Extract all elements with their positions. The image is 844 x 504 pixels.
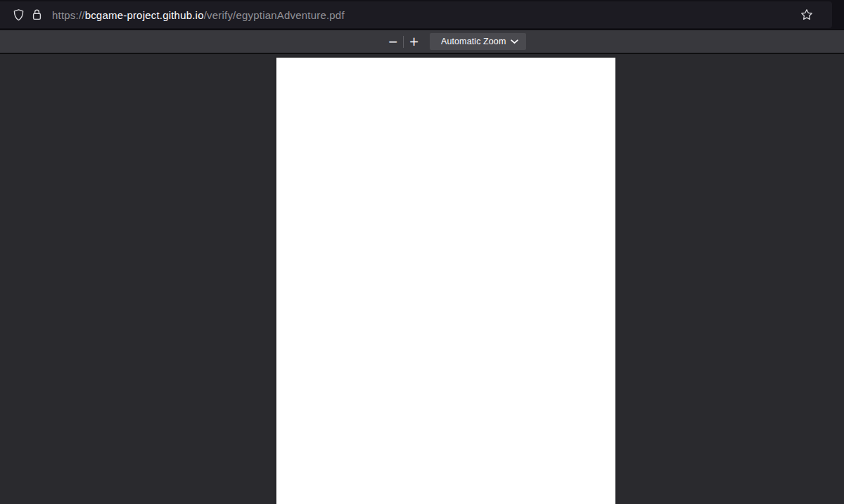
star-icon bbox=[800, 8, 813, 21]
zoom-controls: − + Automatic Zoom bbox=[383, 30, 526, 53]
browser-top-bar: https://bcgame-project.github.io/verify/… bbox=[0, 0, 844, 30]
zoom-level-value: Automatic Zoom bbox=[430, 37, 506, 46]
chevron-down-icon bbox=[511, 39, 518, 44]
lock-icon[interactable] bbox=[27, 6, 46, 24]
bookmark-star-button[interactable] bbox=[797, 5, 817, 25]
toolbar-separator bbox=[403, 36, 404, 48]
url-path: /verify/egyptianAdventure.pdf bbox=[204, 9, 345, 21]
url-text: https://bcgame-project.github.io/verify/… bbox=[52, 9, 345, 21]
zoom-out-button[interactable]: − bbox=[383, 32, 402, 51]
address-bar[interactable]: https://bcgame-project.github.io/verify/… bbox=[0, 1, 832, 28]
shield-icon[interactable] bbox=[9, 6, 27, 24]
url-domain: bcgame-project.github.io bbox=[85, 9, 204, 21]
pdf-page bbox=[276, 58, 615, 504]
pdf-toolbar: − + Automatic Zoom bbox=[0, 30, 844, 54]
zoom-level-select[interactable]: Automatic Zoom bbox=[430, 33, 526, 50]
url-scheme: https:// bbox=[52, 9, 85, 21]
zoom-in-button[interactable]: + bbox=[404, 32, 423, 51]
pdf-viewer-content bbox=[0, 54, 844, 504]
